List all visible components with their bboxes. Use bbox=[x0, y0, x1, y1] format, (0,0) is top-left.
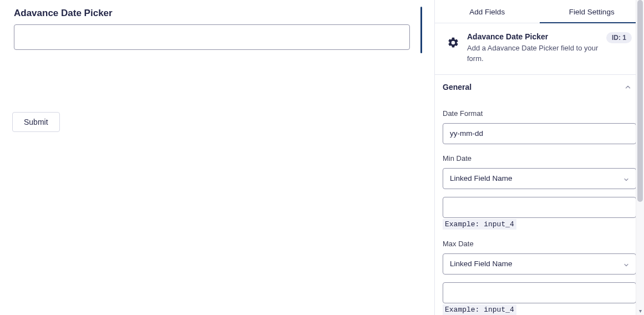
gear-icon bbox=[447, 37, 459, 49]
min-date-label: Min Date bbox=[443, 154, 636, 162]
min-date-select[interactable]: Linked Field Name bbox=[443, 168, 636, 189]
submit-button[interactable]: Submit bbox=[12, 112, 60, 132]
scrollbar[interactable]: ▾ bbox=[636, 0, 644, 315]
field-settings-header: Adavance Date Picker Add a Adavance Date… bbox=[435, 23, 644, 75]
field-label: Adavance Date Picker bbox=[14, 8, 422, 19]
chevron-up-icon bbox=[624, 83, 632, 91]
section-general-header[interactable]: General bbox=[435, 75, 644, 99]
min-date-hint: Example: input_4 bbox=[443, 219, 516, 230]
field-id-badge: ID: 1 bbox=[606, 32, 632, 43]
sidebar-tabs: Add Fields Field Settings bbox=[435, 0, 644, 23]
scrollbar-down-arrow[interactable]: ▾ bbox=[636, 308, 644, 314]
min-date-linked-input[interactable] bbox=[443, 197, 636, 218]
max-date-select[interactable]: Linked Field Name bbox=[443, 253, 636, 275]
field-header-desc: Add a Adavance Date Picker field to your… bbox=[467, 43, 599, 64]
max-date-linked-input[interactable] bbox=[443, 282, 636, 303]
date-picker-input[interactable] bbox=[14, 24, 410, 50]
field-header-title: Adavance Date Picker bbox=[467, 32, 599, 41]
date-format-input[interactable] bbox=[443, 123, 636, 144]
tab-field-settings[interactable]: Field Settings bbox=[540, 0, 645, 23]
section-general-title: General bbox=[443, 83, 471, 92]
max-date-hint: Example: input_4 bbox=[443, 304, 516, 315]
max-date-label: Max Date bbox=[443, 240, 636, 248]
scrollbar-thumb[interactable] bbox=[637, 0, 643, 202]
form-preview-canvas: Adavance Date Picker Submit bbox=[0, 0, 434, 315]
settings-sidebar: Add Fields Field Settings Adavance Date … bbox=[434, 0, 644, 315]
date-picker-field-preview[interactable]: Adavance Date Picker bbox=[12, 7, 422, 53]
date-format-label: Date Format bbox=[443, 109, 636, 118]
tab-add-fields[interactable]: Add Fields bbox=[435, 0, 540, 23]
